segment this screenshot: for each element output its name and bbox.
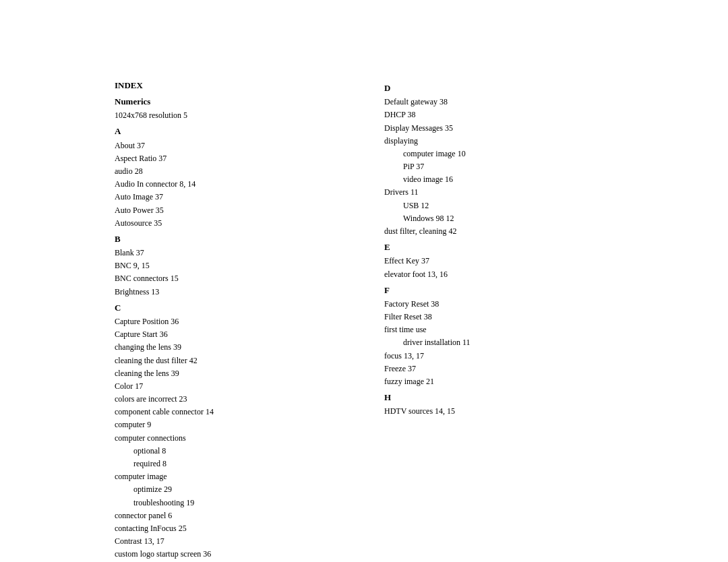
left-column: INDEX Numerics 1024x768 resolution 5 A A… xyxy=(115,79,344,561)
list-item: Filter Reset 38 xyxy=(384,311,613,323)
list-item: Display Messages 35 xyxy=(384,122,613,135)
list-item: custom logo startup screen 36 xyxy=(115,548,344,561)
list-item: Color 17 xyxy=(115,380,344,393)
list-item: DHCP 38 xyxy=(384,108,613,121)
list-item: required 8 xyxy=(115,458,344,470)
list-item: fuzzy image 21 xyxy=(384,375,613,388)
list-item: BNC connectors 15 xyxy=(115,272,344,285)
list-item: elevator foot 13, 16 xyxy=(384,268,613,281)
section-header-f: F xyxy=(384,284,613,297)
list-item: HDTV sources 14, 15 xyxy=(384,405,613,418)
list-item: displaying xyxy=(384,135,613,148)
list-item: Effect Key 37 xyxy=(384,255,613,268)
list-item: optimize 29 xyxy=(115,483,344,496)
list-item: Autosource 35 xyxy=(115,217,344,230)
list-item: Blank 37 xyxy=(115,247,344,259)
section-header-b: B xyxy=(115,232,344,246)
section-header-c: C xyxy=(115,301,344,315)
list-item: optional 8 xyxy=(115,445,344,458)
list-item: cleaning the dust filter 42 xyxy=(115,354,344,367)
section-header-h: H xyxy=(384,391,613,404)
list-item: Auto Power 35 xyxy=(115,204,344,217)
list-item: Windows 98 12 xyxy=(384,212,613,225)
section-header-d: D xyxy=(384,82,613,95)
list-item: cleaning the lens 39 xyxy=(115,367,344,380)
list-item: dust filter, cleaning 42 xyxy=(384,225,613,238)
index-columns: INDEX Numerics 1024x768 resolution 5 A A… xyxy=(115,79,613,561)
list-item: Freeze 37 xyxy=(384,363,613,375)
page: INDEX Numerics 1024x768 resolution 5 A A… xyxy=(74,38,654,524)
list-item: Default gateway 38 xyxy=(384,96,613,108)
list-item: changing the lens 39 xyxy=(115,341,344,354)
list-item: BNC 9, 15 xyxy=(115,259,344,272)
section-header-e: E xyxy=(384,241,613,254)
list-item: driver installation 11 xyxy=(384,336,613,349)
list-item: colors are incorrect 23 xyxy=(115,393,344,406)
list-item: Capture Start 36 xyxy=(115,328,344,341)
entry-numerics-0: 1024x768 resolution 5 xyxy=(115,109,344,122)
list-item: Capture Position 36 xyxy=(115,315,344,328)
list-item: computer image xyxy=(115,470,344,483)
list-item: first time use xyxy=(384,323,613,336)
section-header-numerics: Numerics xyxy=(115,95,344,108)
list-item: component cable connector 14 xyxy=(115,406,344,418)
list-item: About 37 xyxy=(115,139,344,152)
list-item: Auto Image 37 xyxy=(115,191,344,204)
index-title: INDEX xyxy=(115,79,344,92)
list-item: computer 9 xyxy=(115,418,344,431)
list-item: Audio In connector 8, 14 xyxy=(115,178,344,191)
section-header-a: A xyxy=(115,125,344,138)
list-item: Drivers 11 xyxy=(384,186,613,199)
right-column: D Default gateway 38 DHCP 38 Display Mes… xyxy=(384,79,613,561)
list-item: USB 12 xyxy=(384,199,613,212)
list-item: troubleshooting 19 xyxy=(115,497,344,509)
list-item: Contrast 13, 17 xyxy=(115,535,344,548)
list-item: connector panel 6 xyxy=(115,509,344,522)
list-item: Aspect Ratio 37 xyxy=(115,152,344,165)
list-item: PiP 37 xyxy=(384,160,613,173)
list-item: video image 16 xyxy=(384,173,613,186)
list-item: focus 13, 17 xyxy=(384,350,613,363)
list-item: contacting InFocus 25 xyxy=(115,522,344,535)
list-item: computer connections xyxy=(115,432,344,445)
list-item: Factory Reset 38 xyxy=(384,298,613,311)
list-item: audio 28 xyxy=(115,165,344,178)
list-item: Brightness 13 xyxy=(115,286,344,299)
list-item: computer image 10 xyxy=(384,148,613,160)
